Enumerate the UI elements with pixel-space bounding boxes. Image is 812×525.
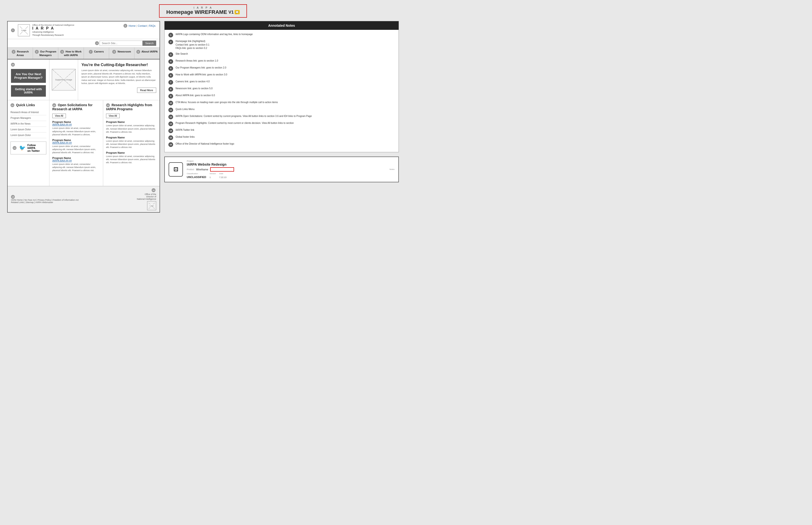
nav-program-managers[interactable]: 5 Our ProgramManagers <box>33 47 58 59</box>
image-label: Supporting Image <box>55 78 73 81</box>
wf-org-tagline: Advancing Intelligence Through Revolutio… <box>32 31 74 36</box>
tb-date-block: Date 7.22.13 <box>219 172 227 179</box>
highlight-name-3: Program Name <box>106 151 157 154</box>
version-badge: V1 💬 <box>229 10 240 15</box>
tb-project-label-text: Project <box>187 160 193 162</box>
wf-logo-box[interactable]: Logo <box>18 24 30 36</box>
solicit-body-1: Lorem ipsum dolor sit amet, consectetur … <box>52 127 100 136</box>
nav-about[interactable]: 9 About IARPA <box>134 47 160 59</box>
num-bubble-8: 8 <box>112 50 116 54</box>
wf-org-name: I A R P A <box>32 26 74 31</box>
wf-nav-top: 2 Home | Contact | FAQs <box>124 24 156 28</box>
note-num-13: 13 <box>168 121 173 126</box>
page-title-iarpa: I A R P A <box>166 6 240 9</box>
supporting-image: Supporting Image <box>52 69 76 90</box>
solicit-name-2: Program Name <box>52 139 100 141</box>
tb-version-block: Version 1 <box>209 172 216 179</box>
solicit-program-1: Program Name IARPA-BAA-##-## Lorem ipsum… <box>52 121 100 136</box>
footer-odni-text: Office of the Director of National Intel… <box>137 193 156 200</box>
nav-faqs[interactable]: FAQs <box>148 24 156 27</box>
hero-cta2[interactable]: Getting started with IARPA <box>11 85 46 97</box>
quick-link-2[interactable]: Program Managers <box>11 115 46 121</box>
wf-lower: 11 Quick Links Research Areas of Interes… <box>8 100 160 186</box>
num-bubble-16: 16 <box>151 188 156 192</box>
search-button[interactable]: Search <box>143 41 156 46</box>
tb-classification-block: Classification UNCLASSIFIED <box>187 172 206 179</box>
quick-link-1[interactable]: Research Areas of Interest <box>11 109 46 115</box>
note-num-11: 11 <box>168 108 173 112</box>
quick-link-5[interactable]: Lorem Ipsum Dolor <box>11 132 46 138</box>
note-text-2: Homepage link (highlighted)Contact link:… <box>175 40 209 50</box>
solicit-link-2[interactable]: IARPA-BAA-##-## <box>52 141 100 144</box>
nav-careers[interactable]: 7 Careers <box>84 47 109 59</box>
nav-contact[interactable]: Contact <box>137 24 148 27</box>
note-num-10: 10 <box>168 101 173 105</box>
num-bubble-2: 2 <box>124 24 127 28</box>
note-num-15: 15 <box>168 135 173 140</box>
highlight-name-2: Program Name <box>106 136 157 139</box>
note-num-9: 9 <box>168 94 173 99</box>
quick-link-3[interactable]: IARPA in the News <box>11 121 46 127</box>
num-bubble-4: 4 <box>12 50 16 54</box>
tb-classification-label: Classification <box>187 172 206 175</box>
twitter-box[interactable]: 14 🐦 Follow IARPAon Twitter <box>11 141 46 154</box>
title-block: ⊡ Project IARPA Website Redesign Product… <box>164 156 399 182</box>
page-title-box: I A R P A Homepage WIREFRAME V1 💬 <box>159 4 247 18</box>
note-num-8: 8 <box>168 87 173 92</box>
tb-classification-value: UNCLASSIFIED <box>187 176 206 179</box>
highlight-body-3: Lorem ipsum dolor sit amet, consectetur … <box>106 155 157 164</box>
quick-links-title: 11 Quick Links <box>11 103 46 107</box>
read-more-button[interactable]: Read More <box>137 88 156 93</box>
note-num-12: 12 <box>168 115 173 119</box>
twitter-icon: 🐦 <box>19 145 26 151</box>
wf-footer: 15 ODNI Home | No Fear Act | Privacy Pol… <box>8 186 160 212</box>
note-9: 9 About IARPA link: goes to section 6.0 <box>168 94 395 99</box>
nav-newsroom[interactable]: 8 Newsroom <box>109 47 134 59</box>
nav-research-areas[interactable]: 4 ResearchAreas <box>8 47 33 59</box>
tb-version-value: 1 <box>209 176 211 179</box>
tb-logo-icon: ⊡ <box>173 166 178 172</box>
highlight-program-2: Program Name Lorem ipsum dolor sit amet,… <box>106 136 157 149</box>
note-text-14: IARPA Twitter link <box>175 129 194 132</box>
solicitations-view-all[interactable]: View All <box>52 114 66 118</box>
highlight-name-1: Program Name <box>106 121 157 123</box>
annotated-notes-body: 1 IARPA Logo containing ODNI information… <box>164 30 398 152</box>
wf-solicitations: 12 Open Solicitations for Research at IA… <box>49 100 103 186</box>
note-8: 8 Newsroom link: goes to section 5.0 <box>168 87 395 92</box>
num-bubble-11: 11 <box>11 103 14 107</box>
note-1: 1 IARPA Logo containing ODNI information… <box>168 33 395 38</box>
solicit-link-3[interactable]: IARPA-BAA-##-## <box>52 160 100 162</box>
right-panel: Annotated Notes 1 IARPA Logo containing … <box>164 21 399 213</box>
note-num-4: 4 <box>168 59 173 64</box>
tb-date-label: Date <box>219 172 227 175</box>
note-text-12: IARPA Open Solicitations: Content sorted… <box>175 115 311 118</box>
hero-title: You're the Cutting-Edge Researcher! <box>82 63 156 67</box>
solicit-link-1[interactable]: IARPA-BAA-##-## <box>52 123 100 126</box>
solicit-body-2: Lorem ipsum dolor sit amet, consectetur … <box>52 145 100 154</box>
page-title-text: Homepage WIREFRAME <box>166 9 227 15</box>
note-3: 3 Site Search <box>168 52 395 57</box>
quick-link-4[interactable]: Lorem Ipsum Dolor <box>11 127 46 132</box>
comment-icon: 💬 <box>234 10 240 14</box>
tb-product-value: Wireframe <box>196 168 208 171</box>
page-title-area: I A R P A Homepage WIREFRAME V1 💬 <box>0 0 406 21</box>
wf-hero-left: 10 Are You Our Next Program Manager? Get… <box>8 59 49 100</box>
highlight-program-1: Program Name Lorem ipsum dolor sit amet,… <box>106 121 157 133</box>
wf-logo-area: 1 Logo Office of the Director of Nationa… <box>11 24 74 36</box>
note-text-3: Site Search <box>175 52 188 56</box>
wireframe-panel: 1 Logo Office of the Director of Nationa… <box>7 21 160 213</box>
tb-project-title: IARPA Website Redesign <box>187 163 386 166</box>
solicit-program-2: Program Name IARPA-BAA-##-## Lorem ipsum… <box>52 139 100 154</box>
note-13: 13 Program Research Highlights: Content … <box>168 121 395 126</box>
highlight-body-2: Lorem ipsum dolor sit amet, consectetur … <box>106 140 157 149</box>
highlights-view-all[interactable]: View All <box>106 114 120 118</box>
note-text-7: Careers link: goes to section 4.0 <box>175 80 210 84</box>
search-input[interactable] <box>100 41 143 46</box>
hero-cta1[interactable]: Are You Our Next Program Manager? <box>11 69 46 83</box>
wf-search-row: 3 Search <box>8 39 160 47</box>
tb-product-input[interactable] <box>210 167 234 171</box>
note-text-15: Global footer links <box>175 135 194 139</box>
note-text-9: About IARPA link: goes to section 6.0 <box>175 94 215 97</box>
nav-home[interactable]: Home <box>128 24 136 27</box>
nav-how-to-work[interactable]: 6 How to Workwith IARPA <box>58 47 84 59</box>
